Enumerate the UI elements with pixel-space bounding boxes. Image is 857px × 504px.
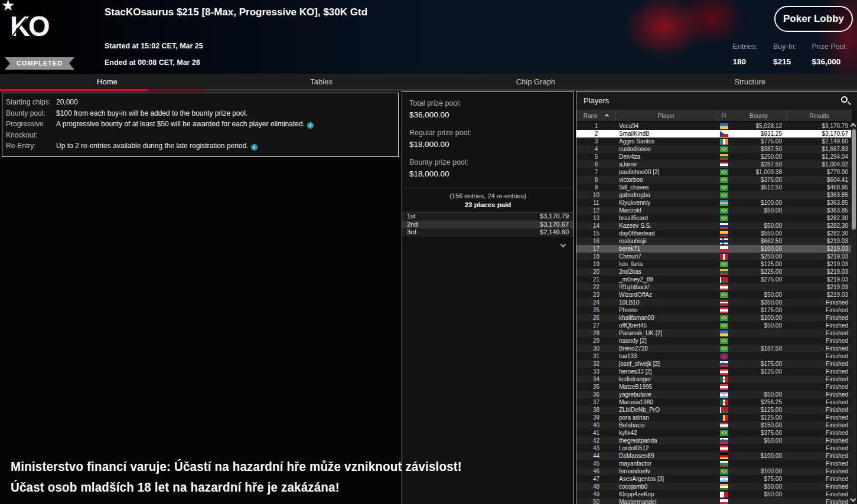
players-scrollbar[interactable] <box>851 122 856 504</box>
player-bounty: $175.00 <box>731 306 787 314</box>
table-row[interactable]: 5Deiv4za$250.00$1,294.04 <box>576 153 852 161</box>
column-header-bounty[interactable]: Bounty <box>731 110 787 122</box>
table-row[interactable]: 47AsesArgentos [3]$75.00Finished <box>576 475 852 483</box>
table-row[interactable]: 50MastermandelFinished <box>576 498 852 504</box>
table-row[interactable]: 35MatzeB1995Finished <box>576 383 852 391</box>
table-row[interactable]: 21_m0ney2_89$275.00$219.03 <box>576 276 852 283</box>
table-row[interactable]: 41kylix42$375.00Finished <box>576 429 852 437</box>
tab-bar: Home Tables Chip Graph Structure <box>0 74 857 91</box>
table-row[interactable]: 43Lordof0512Finished <box>576 444 852 452</box>
player-result: Finished <box>787 345 852 352</box>
table-row[interactable]: 202nd2kas$225.00$219.03 <box>576 268 852 276</box>
table-row[interactable]: 3Aggro Santos$775.00$2,149.60 <box>576 138 852 145</box>
player-bounty: $375.00 <box>731 429 787 437</box>
flag-cell <box>717 130 731 138</box>
table-row[interactable]: 33heroes33 [2]$125.00Finished <box>576 368 852 375</box>
table-row[interactable]: 40Belabacsi$150.00Finished <box>576 421 852 429</box>
regular-prize-pool: Regular prize pool: $18,000.00 <box>409 129 566 149</box>
player-result: Finished <box>787 406 852 414</box>
tab-structure[interactable]: Structure <box>643 74 857 91</box>
table-row[interactable]: 7paulinhoo00 [2]$1,009.38$779.00 <box>576 168 852 176</box>
table-row[interactable]: 37Marusia1980$256.25Finished <box>576 398 852 406</box>
table-row[interactable]: 29naandy [2]Finished <box>576 337 852 345</box>
table-row[interactable]: 2SmallKindB$831.25$3,170.67 <box>576 130 852 138</box>
table-row[interactable]: 48cocojamb0$50.00Finished <box>576 483 852 490</box>
info-icon[interactable]: i <box>307 122 314 129</box>
tab-tables[interactable]: Tables <box>214 74 429 91</box>
player-bounty <box>731 191 787 199</box>
player-bounty: $50.00 <box>731 490 787 498</box>
table-row[interactable]: 38ZLbIDeNb_PrO$125.00Finished <box>576 406 852 414</box>
player-result: $3,170.79 <box>787 122 852 130</box>
info-value: $100 from each buy-in will be added to t… <box>56 108 393 119</box>
table-row[interactable]: 28Paranoik_UK [2]Finished <box>576 329 852 337</box>
column-header-flag[interactable]: ⚐ <box>717 110 731 122</box>
players-titlebar: Players <box>576 92 857 110</box>
table-row[interactable]: 30Breno2728$187.50Finished <box>576 345 852 352</box>
country-flag-icon <box>720 354 728 359</box>
flag-cell <box>717 283 731 291</box>
table-row[interactable]: 49Klopp4zeKop$50.00Finished <box>576 490 852 498</box>
table-row[interactable]: 22!!f1ghtback!$219.03 <box>576 283 852 291</box>
payout-expand[interactable] <box>402 237 573 249</box>
scroll-up-icon[interactable] <box>851 123 856 129</box>
info-icon[interactable]: i <box>251 144 258 150</box>
player-result: $219.03 <box>787 291 852 299</box>
table-row[interactable]: 13brazil5card$282.30 <box>576 214 852 222</box>
table-row[interactable]: 11Klyukvenniy$100.00$363.85 <box>576 199 852 207</box>
flag-cell <box>717 153 731 161</box>
table-row[interactable]: 10gabsdrogba$363.85 <box>576 191 852 199</box>
table-row[interactable]: 18Chmuri7$250.00$219.03 <box>576 253 852 260</box>
poker-lobby-button[interactable]: Poker Lobby <box>774 6 853 32</box>
table-row[interactable]: 36yagrebulave$50.00Finished <box>576 391 852 398</box>
player-result: $219.03 <box>787 268 852 276</box>
tab-chip-graph[interactable]: Chip Graph <box>429 74 643 91</box>
flag-cell <box>717 176 731 184</box>
table-row[interactable]: 8victorboo$375.00$604.41 <box>576 176 852 184</box>
table-row[interactable]: 46fernandoefv$100.00Finished <box>576 467 852 475</box>
table-row[interactable]: 42thegreatpanda$50.00Finished <box>576 437 852 444</box>
player-bounty: $275.00 <box>731 276 787 283</box>
table-row[interactable]: 45mayanfactorFinished <box>576 460 852 467</box>
player-rank: 31 <box>576 352 616 360</box>
player-bounty: $831.25 <box>731 130 787 138</box>
tab-home[interactable]: Home <box>0 74 214 91</box>
table-row[interactable]: 12Marciokf$50.00$363.85 <box>576 207 852 214</box>
table-row[interactable]: 27offQbert45$50.00Finished <box>576 322 852 329</box>
table-row[interactable]: 32josef_shvejk [2]$175.00Finished <box>576 360 852 368</box>
table-row[interactable]: 15day0fthedead$550.00$282.30 <box>576 230 852 237</box>
warning-line-2: Účast osob mladších 18 let na hazardní h… <box>11 477 462 498</box>
player-name: MatzeB1995 <box>616 383 717 391</box>
column-header-results[interactable]: Results <box>787 110 852 122</box>
table-row[interactable]: 9Sill_chaves$512.50$468.95 <box>576 184 852 191</box>
column-header-player[interactable]: Player <box>616 110 717 122</box>
table-row[interactable]: 26khalifaman00$100.00Finished <box>576 314 852 322</box>
places-paid-label: 23 places paid <box>402 201 573 208</box>
player-rank: 4 <box>576 145 616 153</box>
table-row[interactable]: 44DaMansen89$100.00Finished <box>576 452 852 460</box>
table-row[interactable]: 39pora adrian$125.00Finished <box>576 414 852 421</box>
player-bounty <box>731 352 787 360</box>
country-flag-icon <box>720 269 728 275</box>
table-row[interactable]: 4custodioooo$987.50$1,667.83 <box>576 145 852 153</box>
player-name: Mastermandel <box>616 498 717 504</box>
table-row[interactable]: 16realsuhisjii$662.50$219.03 <box>576 237 852 245</box>
table-row[interactable]: 34kcdistrangerFinished <box>576 375 852 383</box>
search-icon[interactable] <box>840 96 851 106</box>
table-row[interactable]: 1Voca94$5,028.12$3,170.79 <box>576 122 852 130</box>
table-row[interactable]: 2410LB10$350.00Finished <box>576 299 852 306</box>
scrollbar-thumb[interactable] <box>852 129 856 230</box>
table-row[interactable]: 25Phemo$175.00Finished <box>576 306 852 314</box>
player-rank: 25 <box>576 306 616 314</box>
table-row[interactable]: 23WizardOffAz$50.00$219.03 <box>576 291 852 299</box>
table-row[interactable]: 31tua133Finished <box>576 352 852 360</box>
column-header-rank[interactable]: Rank <box>576 110 616 122</box>
table-row[interactable]: 17berek71$100.00$219.03 <box>576 245 852 253</box>
info-label: Re-Entry: <box>6 140 56 152</box>
flag-cell <box>717 360 731 368</box>
table-row[interactable]: 19luis_faria$125.00$219.03 <box>576 260 852 268</box>
flag-cell <box>717 138 731 145</box>
table-row[interactable]: 14Kazeev S.S.$50.00$282.30 <box>576 222 852 230</box>
scroll-down-icon[interactable] <box>851 496 856 502</box>
table-row[interactable]: 6aJarov$287.50$1,004.02 <box>576 161 852 168</box>
